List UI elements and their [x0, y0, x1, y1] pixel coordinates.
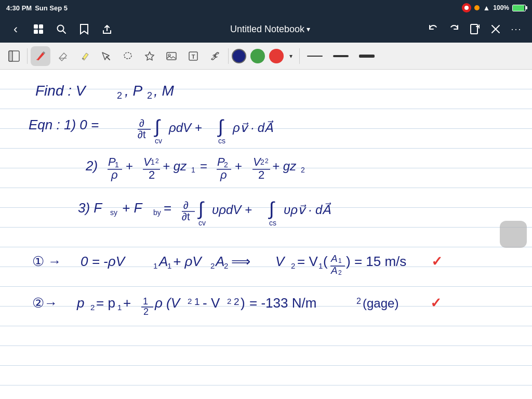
svg-text:2: 2 [227, 297, 231, 305]
svg-point-16 [124, 52, 131, 59]
svg-text:= V: = V [297, 254, 318, 269]
time-display: 4:30 PM [6, 4, 32, 12]
thickness-thin-button[interactable] [303, 54, 327, 59]
image-tool-button[interactable] [162, 46, 181, 66]
svg-text:A: A [330, 253, 338, 264]
svg-rect-0 [34, 24, 38, 29]
color-red[interactable] [269, 49, 284, 63]
highlighter-tool-button[interactable] [74, 46, 94, 66]
svg-text:2: 2 [338, 269, 342, 276]
notebook-title[interactable]: Untitled Notebook ▾ [121, 24, 420, 35]
svg-text:2): 2) [85, 158, 98, 174]
status-bar: 4:30 PM Sun Sep 5 ▲ 100% [0, 0, 532, 16]
svg-text:1: 1 [167, 261, 171, 270]
svg-text:✓: ✓ [431, 254, 443, 269]
svg-rect-17 [167, 52, 176, 60]
svg-text:1: 1 [151, 158, 155, 166]
nav-right-actions: ··· [424, 20, 526, 38]
svg-text:) = 15 m/s: ) = 15 m/s [346, 254, 406, 269]
svg-text:⟹: ⟹ [231, 254, 250, 269]
notebook-canvas[interactable]: Find : V 2 , P 2 , M Eqn : 1) 0 = ∂ ∂t ∫… [0, 70, 532, 399]
bookmark-button[interactable] [75, 20, 94, 38]
more-button[interactable]: ··· [507, 20, 526, 38]
svg-text:1: 1 [338, 257, 342, 264]
svg-text:Find :    V: Find : V [35, 83, 87, 99]
svg-text:=: = [164, 200, 171, 216]
add-page-button[interactable] [466, 20, 484, 38]
svg-text:+: + [126, 159, 133, 173]
svg-text:①  →: ① → [32, 254, 61, 269]
search-button[interactable] [52, 20, 71, 38]
svg-text:2: 2 [356, 297, 361, 305]
separator-3 [299, 48, 300, 64]
svg-rect-1 [39, 24, 43, 29]
svg-text:2: 2 [258, 168, 264, 181]
svg-text:, P: , P [125, 83, 143, 99]
panel-toggle-button[interactable] [4, 46, 24, 66]
svg-text:A: A [215, 254, 224, 269]
svg-text:2: 2 [90, 303, 95, 312]
svg-text:A: A [158, 254, 168, 269]
svg-text:υρv⃗ · dA⃗: υρv⃗ · dA⃗ [284, 202, 331, 217]
back-button[interactable]: ‹ [6, 20, 25, 38]
svg-text:= -133 N/m: = -133 N/m [249, 295, 316, 311]
lasso-tool-button[interactable] [118, 46, 138, 66]
svg-text:cv: cv [155, 137, 162, 145]
color-dark-blue[interactable] [232, 49, 246, 63]
svg-text:1: 1 [318, 261, 323, 270]
svg-text:ρ (V: ρ (V [154, 295, 181, 311]
svg-text:1: 1 [153, 261, 157, 270]
svg-text:✓: ✓ [430, 295, 442, 311]
close-button[interactable] [486, 20, 505, 38]
svg-text:ρ: ρ [220, 168, 227, 181]
battery-icon [512, 5, 526, 11]
svg-text:0 =  -ρV: 0 = -ρV [81, 254, 126, 269]
svg-text:1: 1 [191, 166, 195, 174]
svg-text:(gage): (gage) [363, 296, 398, 310]
status-left: 4:30 PM Sun Sep 5 [6, 4, 68, 12]
svg-text:cv: cv [198, 219, 206, 227]
redo-button[interactable] [445, 20, 463, 38]
thickness-medium-button[interactable] [329, 53, 353, 59]
svg-text:2: 2 [188, 297, 192, 305]
svg-text:2: 2 [149, 168, 155, 181]
svg-text:ρdV  +: ρdV + [168, 121, 202, 135]
svg-text:+ gz: + gz [272, 159, 297, 173]
svg-text:(: ( [323, 254, 328, 269]
svg-text:): ) [241, 295, 245, 311]
svg-text:sy: sy [110, 208, 117, 217]
link-tool-button[interactable] [205, 46, 225, 66]
svg-text:2: 2 [155, 157, 159, 165]
svg-rect-2 [34, 30, 38, 34]
star-tool-button[interactable] [140, 46, 159, 66]
svg-text:∂t: ∂t [138, 129, 146, 140]
share-button[interactable] [98, 20, 116, 38]
svg-text:cs: cs [269, 219, 276, 227]
color-green[interactable] [250, 49, 265, 63]
svg-text:+ gz: + gz [163, 159, 187, 173]
selection-tool-button[interactable] [96, 46, 116, 66]
title-chevron: ▾ [307, 25, 310, 33]
thickness-thick-button[interactable] [355, 52, 379, 60]
status-right: ▲ 100% [462, 3, 526, 12]
text-tool-button[interactable]: T [183, 46, 203, 66]
color-dropdown-button[interactable]: ▾ [286, 46, 296, 66]
date-display: Sun Sep 5 [35, 4, 68, 12]
pen-tool-button[interactable] [31, 46, 50, 66]
undo-button[interactable] [424, 20, 443, 38]
eraser-tool-button[interactable] [52, 46, 72, 66]
grid-view-button[interactable] [29, 20, 48, 38]
mic-indicator [474, 5, 480, 10]
battery-percent: 100% [493, 4, 509, 11]
svg-text:2: 2 [291, 261, 295, 270]
svg-text:ρv⃗ · dA⃗: ρv⃗ · dA⃗ [232, 120, 274, 135]
toolbar: T ▾ [0, 43, 532, 70]
notebook-content: Find : V 2 , P 2 , M Eqn : 1) 0 = ∂ ∂t ∫… [0, 70, 532, 399]
svg-text:2: 2 [117, 90, 122, 101]
svg-text:by: by [153, 208, 161, 217]
svg-text:2: 2 [301, 166, 305, 174]
svg-text:υρdV  +: υρdV + [212, 203, 252, 217]
svg-text:ρ: ρ [111, 168, 118, 181]
svg-text:∂t: ∂t [182, 211, 190, 222]
svg-rect-12 [9, 51, 12, 61]
